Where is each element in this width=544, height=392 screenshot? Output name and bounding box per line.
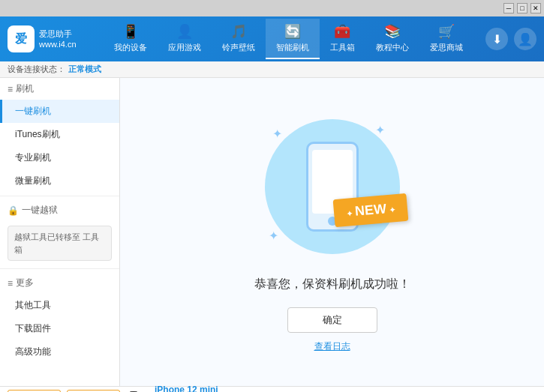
jailbreak-notice: 越狱工具已转移至 工具箱	[8, 226, 112, 261]
sidebar-divider-1	[0, 196, 119, 196]
bottom-left: 自动极速 跳过向导 📱 iPhone 12 mini 64GB Down-12m…	[8, 385, 218, 393]
nav-ringtones-label: 铃声壁纸	[222, 42, 255, 53]
nav-tutorials-label: 教程中心	[376, 42, 409, 53]
success-illustration: NEW ✦ ✦ ✦	[257, 112, 407, 262]
nav-mall[interactable]: 🛒 爱思商城	[419, 19, 473, 59]
confirm-button[interactable]: 确定	[287, 307, 377, 333]
logo-text: 爱思助手 www.i4.cn	[39, 28, 77, 50]
header: 爱 爱思助手 www.i4.cn 📱 我的设备 👤 应用游戏 🎵 铃声壁纸 🔄 …	[0, 16, 544, 61]
nav-apps-games-label: 应用游戏	[168, 42, 201, 53]
advanced-label: 高级功能	[15, 346, 51, 357]
apps-games-icon: 👤	[176, 23, 193, 40]
sidebar-item-pro-flash[interactable]: 专业刷机	[0, 146, 119, 169]
flash-section-label: 刷机	[16, 82, 34, 95]
device-info: iPhone 12 mini 64GB Down-12mini-13,1	[155, 385, 218, 393]
nav-my-device-label: 我的设备	[114, 42, 147, 53]
nav-toolbox-label: 工具箱	[330, 42, 355, 53]
logo: 爱 爱思助手 www.i4.cn	[8, 25, 77, 52]
maximize-button[interactable]: □	[517, 3, 527, 13]
header-right: ⬇ 👤	[485, 28, 536, 50]
logo-line1: 爱思助手	[39, 28, 77, 39]
pro-flash-label: 专业刷机	[15, 152, 51, 163]
nav-tutorials[interactable]: 📚 教程中心	[365, 19, 419, 59]
close-button[interactable]: ✕	[530, 3, 541, 13]
bottom-bar: 自动极速 跳过向导 📱 iPhone 12 mini 64GB Down-12m…	[0, 386, 544, 392]
window-controls: ─ □ ✕	[503, 3, 541, 13]
one-click-flash-label: 一键刷机	[15, 106, 51, 116]
sidebar-jailbreak-header: 🔒 一键越狱	[0, 199, 119, 221]
more-section-label: 更多	[16, 277, 34, 289]
jailbreak-section-icon: 🔒	[8, 205, 19, 216]
sidebar: ≡ 刷机 一键刷机 iTunes刷机 专业刷机 微量刷机 🔒 一键越狱 越狱工具…	[0, 78, 120, 386]
goto-log-link[interactable]: 查看日志	[314, 340, 350, 353]
sparkle-3: ✦	[269, 229, 278, 243]
nav-smart-flash[interactable]: 🔄 智能刷机	[266, 19, 320, 59]
sidebar-item-advanced[interactable]: 高级功能	[0, 340, 119, 364]
sparkle-1: ✦	[272, 127, 282, 141]
nav-my-device[interactable]: 📱 我的设备	[104, 19, 158, 59]
sidebar-more-header: ≡ 更多	[0, 272, 119, 294]
title-bar: ─ □ ✕	[0, 0, 544, 16]
sidebar-flash-header: ≡ 刷机	[0, 78, 119, 100]
sidebar-item-other-tools[interactable]: 其他工具	[0, 294, 119, 317]
toolbox-icon: 🧰	[334, 23, 350, 40]
download-button[interactable]: ⬇	[485, 28, 508, 50]
device-status-value: 正常模式	[68, 64, 101, 75]
nav-mall-label: 爱思商城	[430, 42, 463, 53]
other-tools-label: 其他工具	[15, 300, 51, 310]
flash-section-icon: ≡	[8, 84, 13, 94]
sidebar-item-itunes-flash[interactable]: iTunes刷机	[0, 123, 119, 146]
content-area: NEW ✦ ✦ ✦ 恭喜您，保资料刷机成功啦！ 确定 查看日志	[120, 78, 544, 386]
tutorials-icon: 📚	[384, 23, 401, 40]
nav-smart-flash-label: 智能刷机	[276, 42, 309, 53]
sidebar-item-download-firmware[interactable]: 下载固件	[0, 317, 119, 340]
nav-apps-games[interactable]: 👤 应用游戏	[158, 19, 212, 59]
confirm-button-label: 确定	[323, 313, 342, 327]
mall-icon: 🛒	[438, 23, 455, 40]
download-firmware-label: 下载固件	[15, 323, 51, 334]
logo-icon-text: 爱	[15, 31, 27, 47]
more-section-icon: ≡	[8, 278, 13, 289]
main-layout: ≡ 刷机 一键刷机 iTunes刷机 专业刷机 微量刷机 🔒 一键越狱 越狱工具…	[0, 78, 544, 386]
nav-ringtones[interactable]: 🎵 铃声壁纸	[212, 19, 266, 59]
success-message: 恭喜您，保资料刷机成功啦！	[254, 277, 410, 292]
sidebar-item-one-click-flash[interactable]: 一键刷机	[0, 100, 119, 123]
nav-bar: 📱 我的设备 👤 应用游戏 🎵 铃声壁纸 🔄 智能刷机 🧰 工具箱 📚 教程中心…	[92, 19, 485, 59]
minimize-button[interactable]: ─	[503, 3, 514, 13]
sparkle-2: ✦	[375, 123, 385, 137]
jailbreak-notice-text: 越狱工具已转移至 工具箱	[14, 232, 99, 254]
itunes-flash-label: iTunes刷机	[15, 129, 60, 139]
micro-flash-label: 微量刷机	[15, 175, 51, 186]
ringtones-icon: 🎵	[230, 23, 247, 40]
logo-icon: 爱	[8, 25, 35, 52]
sidebar-divider-2	[0, 268, 119, 269]
account-button[interactable]: 👤	[514, 28, 536, 50]
my-device-icon: 📱	[122, 23, 139, 40]
logo-line2: www.i4.cn	[39, 39, 77, 49]
jailbreak-section-label: 一键越狱	[22, 204, 58, 217]
device-status-label: 设备连接状态：	[8, 64, 65, 75]
device-status-bar: 设备连接状态： 正常模式	[0, 61, 544, 78]
new-badge: NEW	[332, 193, 408, 226]
illustration-circle: NEW	[265, 119, 400, 254]
sidebar-item-micro-flash[interactable]: 微量刷机	[0, 169, 119, 193]
smart-flash-icon: 🔄	[284, 23, 301, 40]
device-name: iPhone 12 mini	[155, 385, 218, 393]
nav-toolbox[interactable]: 🧰 工具箱	[320, 19, 365, 59]
